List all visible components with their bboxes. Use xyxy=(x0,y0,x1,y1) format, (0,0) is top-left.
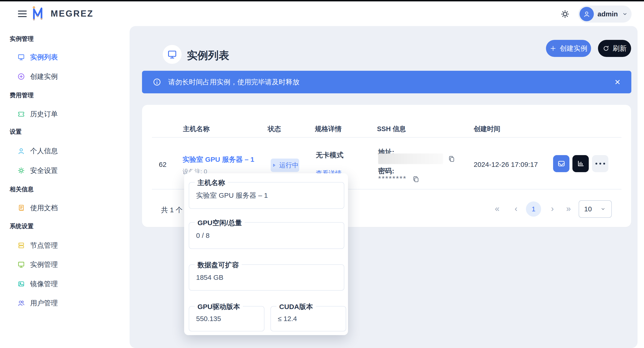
plus-circle-icon xyxy=(17,73,25,80)
inbox-icon xyxy=(557,159,566,168)
created-at: 2024-12-26 17:09:17 xyxy=(474,161,538,168)
instance-name-link[interactable]: 实验室 GPU 服务器 – 1 xyxy=(182,155,254,164)
sidebar-item-create-instance[interactable]: 创建实例 xyxy=(0,68,129,85)
sidebar-item-label: 历史订单 xyxy=(30,109,58,119)
refresh-button[interactable]: 刷新 xyxy=(598,40,631,57)
user-icon xyxy=(17,147,25,155)
sidebar-section-instance-mgmt: 实例管理 xyxy=(10,35,102,42)
document-icon xyxy=(17,204,25,212)
sidebar-item-docs[interactable]: 使用文档 xyxy=(0,200,129,216)
monitor-icon xyxy=(17,261,25,268)
sidebar-item-instance-mgmt[interactable]: 实例管理 xyxy=(0,257,129,273)
info-icon xyxy=(152,78,161,86)
sidebar-section-system: 系统设置 xyxy=(10,222,102,230)
image-icon xyxy=(17,280,25,288)
theme-toggle-sun-icon[interactable] xyxy=(560,9,570,19)
sidebar-item-label: 用户管理 xyxy=(30,298,58,308)
user-avatar-icon xyxy=(580,7,594,21)
password-mask: ******** xyxy=(378,175,407,183)
close-icon[interactable] xyxy=(612,76,624,88)
sidebar-item-security[interactable]: 安全设置 xyxy=(0,162,129,179)
refresh-icon xyxy=(602,45,610,52)
sidebar-item-label: 实例管理 xyxy=(30,260,58,269)
sidebar-item-label: 实例列表 xyxy=(30,53,58,62)
info-banner: 请勿长时间占用实例，使用完毕请及时释放 xyxy=(142,71,631,93)
sidebar-section-settings: 设置 xyxy=(10,128,102,135)
monitoring-button[interactable] xyxy=(572,155,589,172)
ssh-address-redacted xyxy=(378,153,443,164)
page-size-select[interactable]: 10 xyxy=(579,200,612,218)
col-hostname: 主机名称 xyxy=(183,124,210,134)
table-header-divider xyxy=(152,137,622,138)
ticket-icon xyxy=(17,110,25,118)
popover-field-hostname: 主机名称 实验室 GPU 服务器 – 1 xyxy=(189,182,344,209)
hamburger-menu-icon[interactable] xyxy=(18,11,27,17)
sidebar-item-label: 镜像管理 xyxy=(30,279,58,289)
status-badge: 运行中 xyxy=(271,158,299,172)
popover-field-gpu-driver: GPU驱动版本 550.135 xyxy=(189,306,264,331)
sidebar-item-instance-list[interactable]: 实例列表 xyxy=(0,49,129,65)
bar-chart-icon xyxy=(576,159,585,168)
page-title-icon-circle xyxy=(163,45,182,64)
screen-top-edge xyxy=(0,0,644,2)
sidebar-item-order-history[interactable]: 历史订单 xyxy=(0,106,129,122)
sidebar-item-label: 节点管理 xyxy=(30,241,58,250)
megrez-logo-icon xyxy=(31,5,46,22)
spec-mode: 无卡模式 xyxy=(316,150,344,160)
sidebar-item-user-mgmt[interactable]: 用户管理 xyxy=(0,295,129,311)
copy-icon[interactable] xyxy=(448,155,456,163)
prev-page-button[interactable]: ‹ xyxy=(515,204,518,214)
users-icon xyxy=(17,299,25,307)
ellipsis-icon xyxy=(596,163,605,164)
pagination-total: 共 1 个 xyxy=(161,205,182,215)
copy-icon[interactable] xyxy=(412,175,420,183)
sidebar-item-profile[interactable]: 个人信息 xyxy=(0,143,129,159)
sidebar-section-billing: 费用管理 xyxy=(10,91,102,99)
popover-field-disk-expandable: 数据盘可扩容 1854 GB xyxy=(189,264,344,291)
popover-field-gpu-free-total: GPU空闲/总量 0 / 8 xyxy=(189,222,344,249)
row-id: 62 xyxy=(159,161,166,168)
chevron-down-icon xyxy=(622,11,628,18)
banner-text: 请勿长时间占用实例，使用完毕请及时释放 xyxy=(168,77,300,87)
sidebar-item-label: 安全设置 xyxy=(30,166,58,176)
first-page-button[interactable]: « xyxy=(495,204,500,214)
next-page-button[interactable]: › xyxy=(551,204,554,214)
sidebar-item-label: 个人信息 xyxy=(30,146,58,156)
last-page-button[interactable]: » xyxy=(566,204,571,214)
col-created: 创建时间 xyxy=(474,124,500,134)
page-number-current[interactable]: 1 xyxy=(526,202,541,217)
more-actions-button[interactable] xyxy=(592,155,608,172)
sidebar-item-image-mgmt[interactable]: 镜像管理 xyxy=(0,276,129,292)
gear-icon xyxy=(17,167,25,175)
server-icon xyxy=(17,242,25,249)
chevron-down-icon xyxy=(600,206,606,212)
page-title: 实例列表 xyxy=(187,48,229,63)
sidebar-section-related-info: 相关信息 xyxy=(10,185,102,193)
sidebar-item-node-mgmt[interactable]: 节点管理 xyxy=(0,237,129,254)
app-window: MEGREZ admin 实例管理 实例列表 创建实例 费用管理 历史订单 设置… xyxy=(0,0,644,348)
username: admin xyxy=(598,10,618,18)
col-status: 状态 xyxy=(268,124,281,134)
col-spec: 规格详情 xyxy=(315,124,342,134)
play-icon xyxy=(271,162,277,168)
user-menu[interactable]: admin xyxy=(578,6,632,23)
plus-icon xyxy=(550,45,556,52)
create-instance-button[interactable]: 创建实例 xyxy=(546,40,591,57)
monitor-icon xyxy=(17,53,25,61)
sidebar-item-label: 使用文档 xyxy=(30,203,58,213)
terminal-access-button[interactable] xyxy=(553,155,570,172)
col-ssh: SSH 信息 xyxy=(377,124,406,134)
brand-name: MEGREZ xyxy=(51,9,94,19)
popover-field-cuda-version: CUDA版本 ≤ 12.4 xyxy=(270,306,346,331)
sidebar-item-label: 创建实例 xyxy=(30,72,58,81)
